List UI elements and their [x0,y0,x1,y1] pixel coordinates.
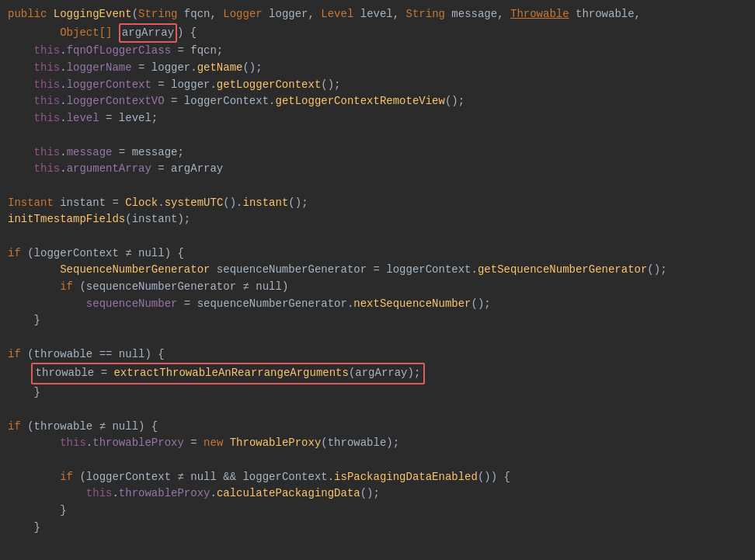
code-line [0,178,755,195]
code-editor: public LoggingEvent(String fqcn, Logger … [0,0,755,560]
class-name: LoggingEvent [54,6,132,23]
code-line: if (loggerContext ≠ null) { [0,245,755,263]
code-line: this.loggerContextVO = loggerContext.get… [0,93,755,110]
code-line: Instant instant = Clock.systemUTC().inst… [0,195,755,212]
code-line: if (loggerContext ≠ null && loggerContex… [0,469,755,486]
code-line: initTmestampFields(instant); [0,211,755,228]
code-line: sequenceNumber = sequenceNumberGenerator… [0,296,755,313]
code-line: if (sequenceNumberGenerator ≠ null) [0,279,755,296]
code-line [0,402,755,419]
code-line: this.message = message; [0,144,755,162]
code-line: this.throwableProxy = new ThrowableProxy… [0,435,755,452]
keyword-public: public [8,6,54,23]
code-line: this.argumentArray = argArray [0,161,755,178]
code-line: this.throwableProxy.calculatePackagingDa… [0,485,755,503]
argarray-box: argArray [119,23,177,43]
code-line: ... [0,553,755,560]
highlight-box: throwable = extractThrowableAnRearrangeA… [31,363,426,384]
code-line [0,452,755,469]
code-line: this.loggerContext = logger.getLoggerCon… [0,77,755,94]
code-line: this.fqnOfLoggerClass = fqcn; [0,43,755,60]
code-line: } [0,503,755,520]
code-line [0,228,755,245]
code-line: } [0,520,755,537]
highlighted-code-line: throwable = extractThrowableAnRearrangeA… [0,363,755,384]
code-line [0,329,755,346]
code-line [0,127,755,144]
code-line: public LoggingEvent(String fqcn, Logger … [0,6,755,23]
code-line: } [0,384,755,402]
code-line: this.loggerName = logger.getName(); [0,60,755,77]
code-line: if (throwable ≠ null) { [0,419,755,436]
code-line: SequenceNumberGenerator sequenceNumberGe… [0,262,755,279]
code-line: this.level = level; [0,110,755,127]
code-line: if (throwable == null) { [0,346,755,363]
code-line: Object[] argArray) { [0,23,755,43]
code-line [0,536,755,553]
code-line: } [0,312,755,329]
